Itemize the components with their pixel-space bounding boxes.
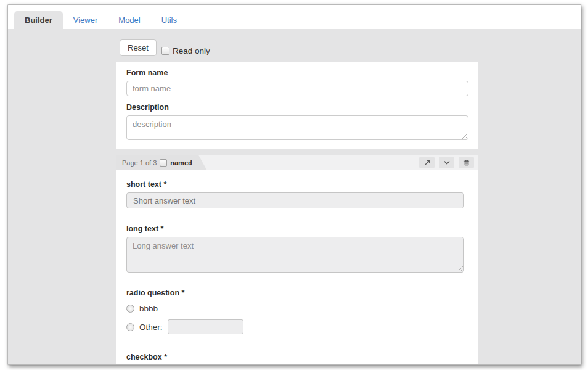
form-name-label: Form name (126, 68, 468, 77)
delete-page-button[interactable] (459, 157, 474, 168)
checkbox-question-label: checkbox * (126, 353, 464, 361)
radio-option-label: bbbb (139, 304, 158, 313)
description-textarea[interactable] (126, 115, 468, 140)
page-panel: Page 1 of 3 named (116, 155, 478, 365)
long-text-preview-textarea[interactable] (126, 237, 464, 273)
compress-icon (423, 159, 431, 166)
tab-viewer[interactable]: Viewer (63, 11, 108, 29)
app-window: Builder Viewer Model Utils Reset Read on… (7, 4, 581, 365)
radio-button[interactable] (126, 305, 134, 313)
chevron-down-icon (443, 159, 451, 166)
compress-page-button[interactable] (419, 157, 435, 168)
radio-other-label: Other: (139, 323, 163, 332)
readonly-toggle-group: Read only (161, 46, 210, 56)
radio-option-row: bbbb (126, 303, 464, 313)
field-checkbox: checkbox * (126, 353, 464, 365)
form-meta-panel: Form name Description (116, 62, 478, 149)
tab-model[interactable]: Model (108, 11, 150, 29)
field-short-text: short text * (126, 180, 464, 208)
page-panel-header: Page 1 of 3 named (116, 155, 478, 170)
builder-toolbar: Reset Read only (120, 39, 478, 56)
named-label: named (170, 159, 192, 166)
readonly-checkbox[interactable] (161, 47, 169, 55)
long-text-label: long text * (126, 224, 464, 233)
page-header-actions (419, 157, 474, 168)
named-checkbox[interactable] (160, 159, 167, 166)
short-text-label: short text * (126, 180, 464, 189)
radio-button-other[interactable] (126, 323, 134, 331)
radio-other-row: Other: (126, 319, 464, 334)
collapse-page-button[interactable] (439, 157, 454, 168)
page-tab: Page 1 of 3 named (116, 155, 207, 170)
trash-icon (463, 159, 470, 166)
radio-question-label: radio question * (126, 289, 464, 297)
field-radio-question: radio question * bbbb Other: (126, 289, 464, 334)
main-tabbar: Builder Viewer Model Utils (8, 5, 581, 29)
tab-builder[interactable]: Builder (14, 11, 63, 29)
builder-content: Reset Read only Form name Description (8, 29, 581, 365)
page-indicator: Page 1 of 3 (122, 159, 157, 166)
radio-other-input[interactable] (168, 319, 243, 334)
short-text-preview-input[interactable] (126, 192, 464, 208)
form-name-input[interactable] (126, 81, 468, 96)
description-label: Description (126, 103, 468, 112)
field-long-text: long text * (126, 224, 464, 273)
reset-button[interactable]: Reset (120, 39, 157, 56)
tab-utils[interactable]: Utils (151, 11, 187, 29)
readonly-label: Read only (173, 46, 210, 56)
page-fields: short text * long text * radio question (116, 170, 478, 365)
